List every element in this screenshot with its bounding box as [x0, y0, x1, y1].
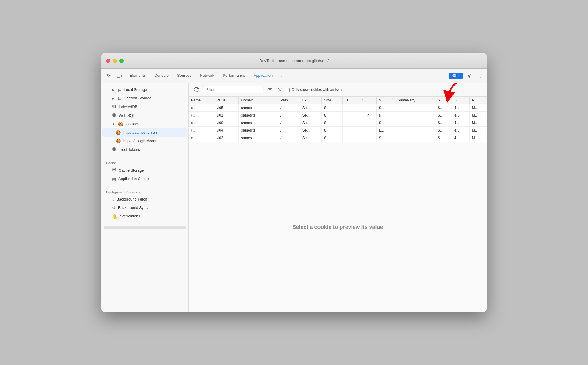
- table-row[interactable]: c...vl01samesite.../Se...8✓N...S..4...M.…: [189, 112, 487, 119]
- sidebar-item-googlechrome-cookie[interactable]: 🍪 https://googlechrom: [102, 137, 187, 145]
- preview-placeholder-text: Select a cookie to preview its value: [292, 224, 383, 230]
- maximize-button[interactable]: [119, 59, 124, 63]
- background-fetch-icon: ↕: [112, 197, 114, 202]
- svg-point-5: [480, 77, 481, 78]
- inspect-icon[interactable]: [104, 71, 113, 81]
- sidebar-item-trust-tokens[interactable]: Trust Tokens: [102, 145, 187, 154]
- cookie-entry-icon: 🍪: [116, 130, 121, 135]
- more-options-icon[interactable]: [476, 72, 484, 80]
- table-row[interactable]: c...vl00samesite.../Se...8S...S..4...M..: [189, 119, 487, 127]
- sidebar-item-samesite-cookie[interactable]: 🍪 https://samesite-san: [102, 128, 187, 137]
- sidebar-label: Application Cache: [118, 177, 149, 181]
- sidebar-item-cookies[interactable]: ▼ 🍪 Cookies: [102, 120, 187, 128]
- toolbar: Only show cookies with an issue: [189, 83, 487, 97]
- clear-filter-icon[interactable]: [277, 86, 283, 93]
- sidebar-item-indexeddb[interactable]: IndexedDB: [102, 102, 187, 111]
- sidebar-item-websql[interactable]: Web SQL: [102, 111, 187, 120]
- settings-icon[interactable]: [465, 72, 474, 80]
- only-issues-checkbox[interactable]: [286, 88, 290, 92]
- preview-area: Select a cookie to preview its value: [189, 142, 487, 312]
- col-samesite-header[interactable]: S..: [376, 97, 395, 104]
- table-row[interactable]: c...vl04samesite.../Se...8L...S..4...M..: [189, 127, 487, 134]
- table-row[interactable]: c...vl05samesite.../Se...8S...S..4...M..: [189, 104, 487, 112]
- tab-sources[interactable]: Sources: [173, 69, 196, 83]
- tab-network[interactable]: Network: [196, 69, 219, 83]
- sidebar-item-cache-storage[interactable]: Cache Storage: [102, 166, 187, 175]
- sidebar-item-notifications[interactable]: 🔔 Notifications: [102, 212, 187, 220]
- svg-point-13: [270, 88, 271, 89]
- content-area: Only show cookies with an issue: [189, 83, 487, 312]
- col-s4-header[interactable]: S..: [452, 97, 470, 104]
- sidebar-item-session-storage[interactable]: ▶ ▦ Session Storage: [102, 94, 187, 102]
- svg-rect-0: [117, 74, 120, 78]
- local-storage-icon: ▦: [117, 87, 121, 92]
- refresh-button[interactable]: [192, 86, 201, 94]
- cache-storage-icon: [112, 168, 116, 173]
- col-httponly-header[interactable]: H..: [343, 97, 360, 104]
- sidebar-label: Session Storage: [124, 96, 152, 100]
- sidebar-label: Background Fetch: [117, 197, 147, 201]
- svg-point-7: [113, 114, 116, 115]
- session-storage-icon: ▦: [117, 96, 121, 101]
- col-s3-header[interactable]: S..: [435, 97, 452, 104]
- more-tabs-button[interactable]: »: [277, 69, 284, 83]
- sidebar-item-background-sync[interactable]: ↺ Background Sync: [102, 204, 187, 212]
- collapse-arrow-icon: ▶: [112, 97, 114, 100]
- sidebar-label: Local Storage: [124, 88, 147, 92]
- tab-application[interactable]: Application: [249, 69, 277, 83]
- sidebar-item-background-fetch[interactable]: ↕ Background Fetch: [102, 195, 187, 204]
- sidebar-label: https://googlechrom: [123, 139, 156, 143]
- col-p-header[interactable]: P..: [469, 97, 487, 104]
- col-path-header[interactable]: Path: [278, 97, 300, 104]
- collapse-arrow-icon: ▶: [112, 88, 114, 92]
- chat-button[interactable]: 💬 4: [449, 73, 463, 79]
- sidebar-item-local-storage[interactable]: ▶ ▦ Local Storage: [102, 86, 187, 94]
- table-row[interactable]: c...vl03samesite.../Se...8S...S..4...M..: [189, 134, 487, 142]
- svg-point-6: [113, 105, 116, 106]
- tabbar-right: 💬 4: [449, 72, 484, 80]
- svg-point-3: [480, 73, 481, 74]
- main-layout: ▶ ▦ Local Storage ▶ ▦ Session Storage In…: [101, 83, 487, 312]
- svg-rect-1: [120, 75, 121, 77]
- svg-point-9: [113, 168, 116, 170]
- tab-performance[interactable]: Performance: [218, 69, 249, 83]
- tab-elements[interactable]: Elements: [125, 69, 150, 83]
- websql-icon: [112, 113, 116, 118]
- col-name-header[interactable]: Name: [189, 97, 214, 104]
- col-secure-header[interactable]: S..: [360, 97, 376, 104]
- traffic-lights: [101, 59, 124, 63]
- bg-services-section-header: Background Services: [101, 187, 188, 195]
- trust-tokens-icon: [112, 147, 116, 152]
- sidebar-item-application-cache[interactable]: ▦ Application Cache: [102, 175, 187, 183]
- background-sync-icon: ↺: [112, 205, 116, 210]
- filter-options-icon[interactable]: [266, 86, 274, 94]
- col-sameparty-header[interactable]: SameParty: [395, 97, 435, 104]
- minimize-button[interactable]: [113, 59, 117, 63]
- only-issues-label[interactable]: Only show cookies with an issue: [286, 88, 344, 92]
- tab-console[interactable]: Console: [150, 69, 173, 83]
- col-size-header[interactable]: Size: [322, 97, 343, 104]
- cookie-entry-icon: 🍪: [116, 139, 121, 143]
- application-cache-icon: ▦: [112, 176, 116, 181]
- sidebar-label: Trust Tokens: [119, 148, 140, 152]
- cache-section-header: Cache: [101, 158, 188, 166]
- svg-point-2: [469, 75, 470, 76]
- filter-input[interactable]: [203, 86, 263, 93]
- device-icon[interactable]: [114, 71, 124, 81]
- sidebar-label: Notifications: [120, 214, 140, 218]
- toolbar-wrapper: Only show cookies with an issue: [189, 83, 487, 97]
- svg-point-4: [480, 75, 481, 76]
- col-expires-header[interactable]: Ex...: [300, 97, 322, 104]
- table-header-row: Name Value Domain Path Ex... Size H.. S.…: [189, 97, 487, 104]
- col-value-header[interactable]: Value: [214, 97, 238, 104]
- sidebar-label: https://samesite-san: [123, 130, 157, 135]
- indexeddb-icon: [112, 104, 116, 109]
- collapse-arrow-icon: ▼: [112, 123, 115, 126]
- window-title: DevTools - samesite-sandbox.glitch.me/: [259, 58, 329, 63]
- close-button[interactable]: [106, 59, 110, 63]
- col-domain-header[interactable]: Domain: [239, 97, 278, 104]
- tabbar: Elements Console Sources Network Perform…: [101, 69, 487, 83]
- cookie-table-wrapper: Name Value Domain Path Ex... Size H.. S.…: [189, 97, 487, 142]
- sidebar-label: Web SQL: [119, 114, 135, 118]
- sidebar-scrollbar[interactable]: [104, 226, 186, 229]
